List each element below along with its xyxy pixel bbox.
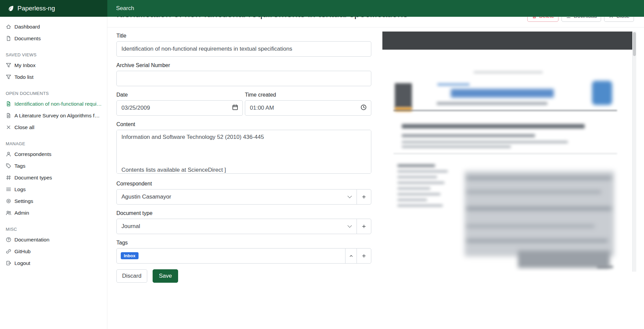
document-type-select[interactable]: Journal bbox=[116, 219, 357, 234]
date-field-group: Date bbox=[116, 92, 243, 116]
time-field-group: Time created bbox=[245, 92, 371, 116]
sidebar-item-label: Dashboard bbox=[14, 24, 40, 30]
title-input[interactable] bbox=[116, 41, 371, 57]
blurred-content bbox=[397, 176, 437, 178]
blurred-content bbox=[397, 187, 430, 189]
blurred-content bbox=[467, 225, 594, 228]
calendar-icon[interactable] bbox=[232, 104, 238, 111]
sidebar: Dashboard Documents SAVED VIEWS My Inbox… bbox=[0, 17, 107, 329]
blurred-content bbox=[437, 102, 547, 105]
blurred-content bbox=[397, 199, 427, 201]
plus-icon bbox=[361, 194, 367, 200]
sidebar-item-my-inbox[interactable]: My Inbox bbox=[0, 59, 107, 71]
document-preview[interactable] bbox=[382, 32, 636, 272]
date-time-row: Date Time created bbox=[116, 92, 371, 116]
tags-label: Tags bbox=[116, 240, 371, 246]
blurred-content bbox=[397, 193, 440, 195]
blurred-content bbox=[397, 164, 435, 167]
sidebar-item-todo-list[interactable]: Todo list bbox=[0, 71, 107, 83]
sidebar-heading-misc: MISC bbox=[0, 225, 107, 234]
sidebar-item-label: Admin bbox=[14, 210, 29, 216]
leaf-logo-icon bbox=[7, 5, 14, 12]
form-actions: Discard Save bbox=[116, 269, 371, 283]
date-input[interactable] bbox=[116, 100, 243, 116]
sidebar-item-settings[interactable]: Settings bbox=[0, 195, 107, 207]
sidebar-item-tags[interactable]: Tags bbox=[0, 160, 107, 172]
document-type-label: Document type bbox=[116, 210, 371, 216]
pdf-page bbox=[382, 50, 632, 272]
sidebar-item-label: Settings bbox=[14, 198, 33, 204]
list-icon bbox=[6, 186, 11, 192]
document-detail-body: Title Archive Serial Number Date Time cr… bbox=[107, 28, 644, 283]
plus-icon bbox=[361, 253, 367, 259]
plus-icon bbox=[361, 224, 367, 229]
search-input[interactable] bbox=[115, 5, 350, 12]
sidebar-item-label: Todo list bbox=[14, 74, 34, 80]
content-textarea[interactable]: Information and Software Technology 52 (… bbox=[116, 130, 371, 174]
sidebar-item-documents[interactable]: Documents bbox=[0, 33, 107, 44]
blurred-paper-title bbox=[402, 124, 585, 128]
sidebar-heading-manage: MANAGE bbox=[0, 139, 107, 148]
time-created-label: Time created bbox=[245, 92, 371, 98]
add-correspondent-button[interactable] bbox=[357, 189, 371, 205]
sidebar-heading-open-documents: OPEN DOCUMENTS bbox=[0, 89, 107, 98]
time-created-input[interactable] bbox=[245, 100, 371, 116]
document-type-field-group: Document type Journal bbox=[116, 210, 371, 234]
tags-dropdown-toggle-button[interactable] bbox=[345, 248, 357, 264]
open-document-label: A Literature Survey on Algorithms for Mu… bbox=[14, 113, 102, 119]
preview-scrollbar[interactable] bbox=[632, 32, 636, 272]
gear-icon bbox=[6, 198, 11, 204]
sidebar-open-document-2[interactable]: A Literature Survey on Algorithms for Mu… bbox=[0, 110, 107, 121]
funnel-icon bbox=[6, 74, 11, 80]
correspondent-label: Correspondent bbox=[116, 181, 371, 187]
sidebar-item-close-all[interactable]: Close all bbox=[0, 121, 107, 133]
sidebar-item-label: Documents bbox=[14, 36, 41, 42]
add-tag-button[interactable] bbox=[357, 248, 371, 264]
blurred-authors bbox=[402, 134, 535, 137]
sidebar-item-label: Tags bbox=[14, 163, 25, 169]
tags-field-group: Tags Inbox bbox=[116, 240, 371, 264]
asn-input[interactable] bbox=[116, 71, 371, 86]
funnel-icon bbox=[6, 62, 11, 68]
blurred-content bbox=[467, 190, 601, 194]
sidebar-item-logout[interactable]: Logout bbox=[0, 257, 107, 269]
file-icon bbox=[6, 36, 11, 41]
add-document-type-button[interactable] bbox=[357, 219, 371, 234]
blurred-journal-cover bbox=[395, 83, 412, 108]
blurred-content bbox=[397, 170, 448, 172]
clock-icon[interactable] bbox=[360, 104, 367, 111]
sidebar-item-label: Document types bbox=[14, 175, 52, 181]
discard-button[interactable]: Discard bbox=[116, 269, 147, 283]
app-brand[interactable]: Paperless-ng bbox=[0, 0, 107, 17]
file-text-icon bbox=[6, 113, 11, 118]
sidebar-item-dashboard[interactable]: Dashboard bbox=[0, 21, 107, 33]
title-label: Title bbox=[116, 33, 371, 39]
blurred-content bbox=[474, 71, 543, 73]
sidebar-item-document-types[interactable]: Document types bbox=[0, 172, 107, 183]
sidebar-item-admin[interactable]: Admin bbox=[0, 207, 107, 219]
navbar-search-area bbox=[107, 0, 644, 17]
blurred-text-block bbox=[518, 251, 610, 268]
sidebar-item-label: Close all bbox=[14, 124, 34, 130]
content-label: Content bbox=[116, 121, 371, 127]
tag-badge-inbox[interactable]: Inbox bbox=[121, 252, 139, 259]
sidebar-item-documentation[interactable]: Documentation bbox=[0, 234, 107, 245]
sidebar-open-document-1[interactable]: Identification of non-functional require… bbox=[0, 98, 107, 110]
correspondent-select[interactable]: Agustin Casamayor bbox=[116, 189, 357, 205]
question-circle-icon bbox=[6, 237, 11, 242]
sidebar-item-github[interactable]: GitHub bbox=[0, 245, 107, 257]
hash-icon bbox=[6, 175, 11, 180]
sidebar-item-correspondents[interactable]: Correspondents bbox=[0, 148, 107, 160]
document-type-select-wrap: Journal bbox=[116, 219, 357, 234]
save-button[interactable]: Save bbox=[153, 269, 178, 283]
blurred-content bbox=[397, 205, 443, 207]
blurred-content bbox=[402, 146, 511, 148]
blurred-content bbox=[402, 141, 568, 143]
tags-input[interactable]: Inbox bbox=[116, 248, 345, 264]
preview-scrollbar-thumb[interactable] bbox=[633, 32, 636, 56]
sidebar-item-logs[interactable]: Logs bbox=[0, 183, 107, 195]
blurred-content bbox=[597, 266, 613, 268]
correspondent-field-group: Correspondent Agustin Casamayor bbox=[116, 181, 371, 205]
asn-field-group: Archive Serial Number bbox=[116, 62, 371, 86]
correspondent-select-group: Agustin Casamayor bbox=[116, 189, 371, 205]
